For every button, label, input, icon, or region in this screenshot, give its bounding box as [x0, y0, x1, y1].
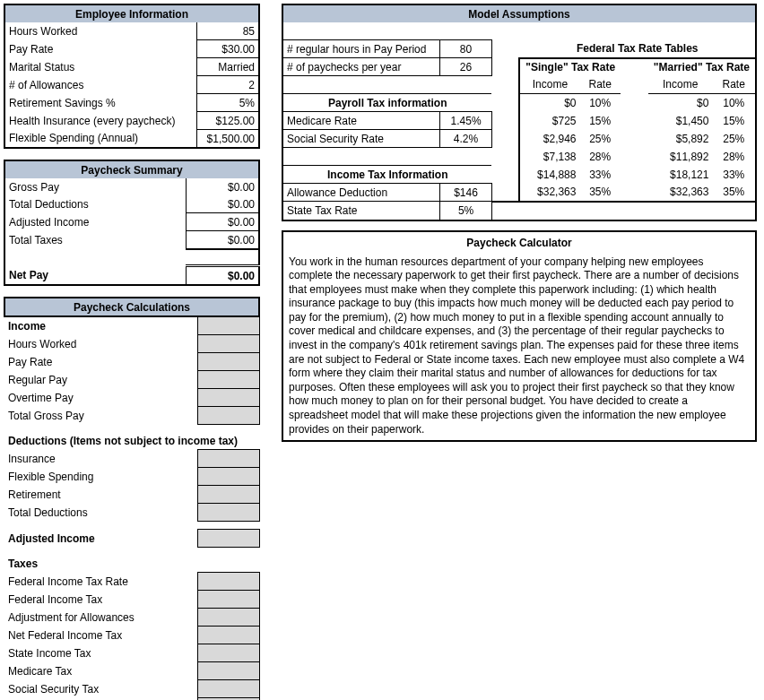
cell[interactable]: 85 — [197, 22, 259, 40]
fed-tables-title: Federal Tax Rate Tables — [519, 40, 756, 58]
employee-information-table: Employee Information Hours Worked85 Pay … — [4, 4, 260, 149]
model-assumptions-table: Model Assumptions # regular hours in Pay… — [282, 4, 757, 221]
paycheck-summary-title: Paycheck Summary — [4, 160, 259, 178]
model-title: Model Assumptions — [282, 4, 756, 22]
paycheck-calculations-table: Paycheck Calculations Income Hours Worke… — [4, 297, 260, 700]
paycheck-summary-table: Paycheck Summary Gross Pay$0.00 Total De… — [4, 160, 260, 286]
label: Hours Worked — [4, 22, 197, 40]
paycheck-calc-title: Paycheck Calculations — [4, 298, 259, 316]
employee-info-title: Employee Information — [4, 4, 259, 22]
calculator-body: You work in the human resources departme… — [282, 252, 756, 442]
paycheck-calculator-box: Paycheck Calculator You work in the huma… — [282, 230, 757, 443]
calculator-title: Paycheck Calculator — [282, 231, 756, 252]
